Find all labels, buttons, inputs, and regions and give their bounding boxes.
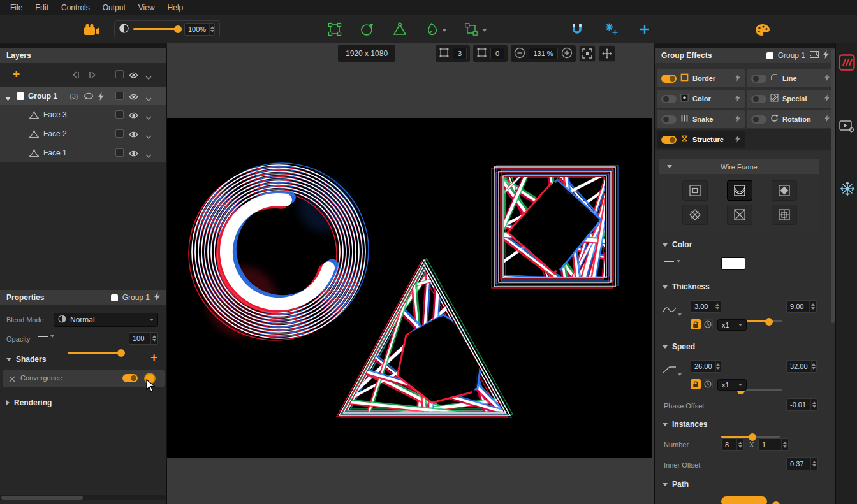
layer-solo-chip[interactable] [115,129,124,138]
wireframe-mode-6[interactable] [772,205,797,225]
spinner-arrows[interactable] [150,333,157,344]
wireframe-mode-1[interactable] [682,180,708,201]
app-logo[interactable] [839,54,855,73]
menu-output[interactable]: Output [96,3,132,12]
spinner-arrows[interactable] [715,361,721,372]
group-visibility-icon[interactable] [129,93,138,102]
brightness-spinner[interactable]: 100% [184,23,215,36]
solo-all-chip[interactable] [115,70,124,78]
fx-cell-snake[interactable]: Snake [657,110,745,128]
fill-tool-dropdown-icon[interactable] [443,29,446,32]
fill-tool-icon[interactable] [425,22,439,38]
move-layer-back-icon[interactable] [71,71,80,81]
speed-max-spinner[interactable]: 32.00 [786,360,817,373]
line-style-dropdown[interactable] [664,260,680,263]
zoom-value[interactable]: 131 % [529,48,558,59]
border-toggle[interactable] [661,75,677,83]
layer-solo-chip[interactable] [115,148,124,157]
layer-group-row[interactable]: Group 1 (3) [0,87,166,105]
fx-cell-special[interactable]: Special [747,90,834,108]
inner-offset-spinner[interactable]: 0.37 [786,457,818,470]
wireframe-mode-3[interactable] [772,180,797,201]
camera-icon[interactable] [84,24,100,38]
visibility-all-icon[interactable] [129,71,138,80]
thickness-clock-button[interactable] [703,319,713,329]
zoom-in-button[interactable] [561,47,573,61]
spinner-arrows[interactable] [810,458,817,470]
scrollbar-thumb[interactable] [1,496,83,500]
color-bolt-icon[interactable] [735,94,740,104]
line-toggle[interactable] [751,75,766,83]
add-shader-button[interactable]: + [150,352,157,363]
layer-visibility-icon[interactable] [129,112,138,120]
spinner-arrows[interactable] [714,301,721,312]
snake-toggle[interactable] [661,115,677,124]
border-bolt-icon[interactable] [735,74,740,83]
canvas[interactable] [167,118,652,458]
fit-view-button[interactable] [579,45,596,62]
opacity-curve-dropdown[interactable] [38,335,54,338]
layer-name[interactable]: Face 2 [43,129,67,138]
group-expand-icon[interactable] [5,94,11,103]
menu-file[interactable]: File [4,3,29,12]
wireframe-header[interactable]: Wire Frame [659,159,819,174]
rotation-bolt-icon[interactable] [824,115,830,124]
path-section-header[interactable]: Path [663,480,689,489]
instance-number-spinner[interactable]: 8 [721,438,744,451]
menu-view[interactable]: View [132,3,161,12]
path-slider-partial[interactable] [721,496,767,504]
layer-expand-icon[interactable] [145,113,152,122]
spinner-arrows[interactable] [736,439,743,450]
spinner-arrows[interactable] [809,301,816,312]
speed-section-header[interactable]: Speed [663,342,695,351]
rectangle-tool-icon[interactable] [327,22,342,39]
special-toggle[interactable] [751,95,766,103]
layer-row-face2[interactable]: Face 2 [0,124,166,143]
layer-name[interactable]: Face 3 [43,110,67,119]
instances-section-header[interactable]: Instances [663,420,707,429]
triangle-tool-icon[interactable] [392,22,407,39]
properties-bolt-icon[interactable] [154,292,160,303]
blend-mode-dropdown[interactable]: Normal [54,313,158,327]
spinner-arrows[interactable] [811,361,816,372]
transform-tool-dropdown-icon[interactable] [483,29,487,32]
render-settings-icon[interactable] [839,120,854,134]
layer-expand-icon[interactable] [145,132,152,141]
wireframe-mode-2-selected[interactable] [727,180,752,201]
menu-edit[interactable]: Edit [29,3,55,12]
speed-curve-dropdown[interactable] [663,365,682,376]
layer-expand-icon[interactable] [145,151,152,160]
brightness-slider[interactable] [133,25,180,34]
shader-enable-toggle[interactable] [122,374,138,382]
snap-points-icon[interactable] [604,22,619,38]
menu-controls[interactable]: Controls [55,3,96,12]
color-swatch[interactable] [721,257,745,270]
instance-secondary-spinner[interactable]: 1 [758,438,789,451]
thickness-max-spinner[interactable]: 9.00 [786,300,817,313]
thickness-section-header[interactable]: Thickness [663,282,710,291]
group-name[interactable]: Group 1 [28,92,57,101]
opacity-spinner[interactable]: 100 [129,332,158,345]
zoom-out-button[interactable] [514,47,525,61]
phase-offset-spinner[interactable]: -0.01 [786,398,818,411]
effects-bolt-icon[interactable] [823,50,829,61]
layer-visibility-icon[interactable] [129,150,138,159]
add-layer-button[interactable]: + [13,68,20,80]
speed-clock-button[interactable] [703,379,713,389]
wireframe-mode-4[interactable] [682,205,708,225]
panel-scrollbar-thumb[interactable] [831,49,835,323]
add-node-icon[interactable] [639,24,650,37]
move-layer-front-icon[interactable] [88,71,97,81]
group-bolt-icon[interactable] [98,92,104,103]
shaders-section-header[interactable]: Shaders [6,355,46,364]
effects-burst-icon[interactable] [840,181,855,198]
fx-cell-color[interactable]: Color [657,90,745,108]
shader-row-convergence[interactable]: Convergence [3,370,165,387]
layer-solo-chip[interactable] [115,110,124,119]
special-bolt-icon[interactable] [824,94,830,104]
palette-icon[interactable] [755,24,770,38]
speed-lock-button[interactable] [691,379,701,389]
fx-cell-border[interactable]: Border [657,69,745,87]
opacity-slider[interactable] [68,349,124,357]
color-section-header[interactable]: Color [663,240,692,249]
